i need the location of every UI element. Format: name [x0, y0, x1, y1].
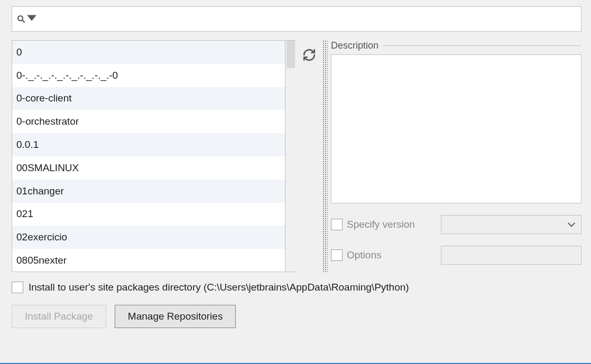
options-label: Options — [347, 249, 437, 261]
scrollbar-thumb[interactable] — [287, 41, 295, 68]
package-row[interactable]: 0-orchestrator — [12, 110, 285, 133]
splitter-handle[interactable] — [322, 40, 328, 272]
options-input[interactable] — [441, 246, 581, 265]
package-row[interactable]: 0-core-client — [12, 87, 285, 110]
install-user-label: Install to user's site packages director… — [29, 282, 409, 293]
svg-line-1 — [22, 20, 25, 23]
scrollbar[interactable] — [285, 40, 296, 272]
description-label: Description — [331, 40, 378, 51]
description-box — [331, 54, 581, 203]
search-input[interactable] — [40, 7, 577, 31]
search-icon[interactable] — [16, 13, 36, 25]
package-row[interactable]: 01changer — [12, 180, 285, 203]
package-row[interactable]: 0 — [12, 41, 285, 64]
search-field-container — [12, 6, 581, 32]
svg-marker-2 — [27, 15, 36, 21]
package-row[interactable]: 0805nexter — [12, 249, 285, 272]
package-row[interactable]: 021 — [12, 203, 285, 226]
chevron-down-icon — [567, 220, 576, 229]
package-row[interactable]: 00SMALINUX — [12, 156, 285, 180]
search-dropdown-icon[interactable] — [27, 13, 36, 25]
options-checkbox[interactable] — [331, 249, 343, 261]
install-package-button: Install Package — [12, 305, 106, 328]
manage-repositories-button[interactable]: Manage Repositories — [115, 305, 236, 328]
refresh-button[interactable] — [299, 44, 320, 66]
svg-point-0 — [18, 16, 23, 21]
package-row[interactable]: 02exercicio — [12, 226, 285, 249]
install-user-checkbox[interactable] — [12, 282, 23, 293]
separator — [383, 45, 581, 46]
package-row[interactable]: 0-._.-._.-._.-._.-._.-._.-0 — [12, 64, 285, 87]
specify-version-label: Specify version — [347, 219, 437, 230]
specify-version-checkbox[interactable] — [331, 219, 343, 230]
package-row[interactable]: 0.0.1 — [12, 133, 285, 156]
version-select[interactable] — [441, 215, 581, 234]
package-list[interactable]: 0 0-._.-._.-._.-._.-._.-._.-0 0-core-cli… — [12, 40, 285, 272]
